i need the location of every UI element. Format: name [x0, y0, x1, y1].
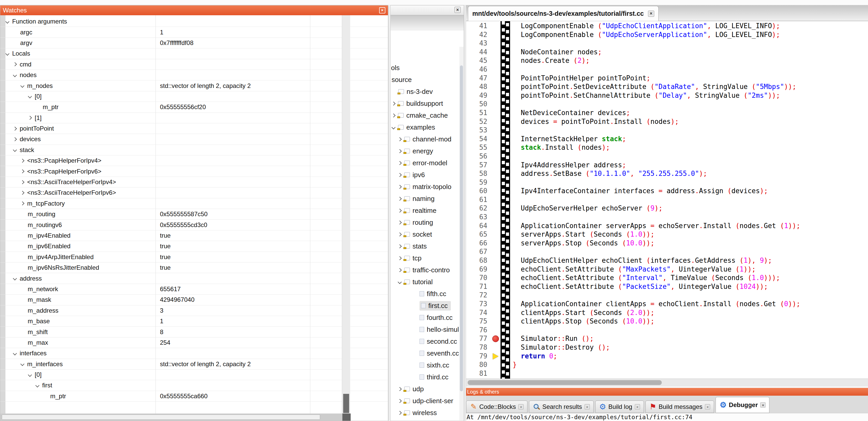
code-line-42[interactable]: 42 LogComponentEnable ("UdpEchoServerApp… — [466, 31, 868, 39]
watch-row[interactable]: [0] — [0, 91, 388, 102]
watch-row[interactable]: interfaces — [0, 348, 388, 359]
chevron-right-icon[interactable] — [398, 220, 402, 224]
tree-item-seventh-cc[interactable]: seventh.cc — [391, 347, 459, 359]
close-icon[interactable]: × — [585, 404, 590, 409]
chevron-right-icon[interactable] — [398, 208, 402, 213]
code-line-41[interactable]: 41 LogComponentEnable ("UdpEchoClientApp… — [466, 22, 868, 31]
chevron-right-icon[interactable] — [398, 256, 402, 260]
watch-row[interactable]: pointToPoint — [0, 123, 388, 134]
tree-item-routing[interactable]: routing — [391, 217, 459, 228]
close-icon[interactable]: × — [635, 404, 640, 409]
chevron-right-icon[interactable] — [398, 137, 402, 141]
watch-row[interactable]: <ns3::PcapHelperForIpv4> — [0, 155, 388, 166]
watch-row[interactable]: m_address3 — [0, 305, 388, 316]
chevron-down-icon[interactable] — [13, 351, 17, 356]
code-line-52[interactable]: 52 devices = pointToPoint.Install (nodes… — [466, 118, 868, 126]
logs-tab-debugger[interactable]: Debugger× — [716, 397, 769, 413]
code-line-62[interactable]: 62 UdpEchoServerHelper echoServer (9); — [466, 204, 868, 213]
chevron-right-icon[interactable] — [398, 197, 402, 201]
watch-row[interactable]: argv0x7fffffffdf08 — [0, 38, 388, 48]
watch-row[interactable]: m_max254 — [0, 337, 388, 348]
close-icon[interactable]: × — [379, 7, 385, 13]
watches-titlebar[interactable]: Watches × — [0, 5, 388, 15]
code-line-61[interactable]: 61 — [466, 195, 868, 204]
tree-item-examples[interactable]: examples — [391, 121, 459, 133]
close-icon[interactable]: × — [455, 7, 461, 13]
code-line-66[interactable]: 66 serverApps.Stop (Seconds (10.0)); — [466, 239, 868, 248]
tree-item-ols[interactable]: ols — [391, 62, 459, 74]
editor-hscrollbar[interactable] — [466, 379, 868, 386]
watches-hscrollbar-thumb[interactable] — [2, 415, 320, 420]
chevron-right-icon[interactable] — [398, 387, 402, 391]
watch-row[interactable]: [0] — [0, 369, 388, 380]
watch-row[interactable]: argc1 — [0, 27, 388, 37]
chevron-right-icon[interactable] — [398, 173, 402, 177]
code-line-68[interactable]: 68 UdpEchoClientHelper echoClient (inter… — [466, 256, 868, 265]
code-line-57[interactable]: 57 Ipv4AddressHelper address; — [466, 161, 868, 170]
close-icon[interactable]: × — [760, 402, 766, 408]
close-icon[interactable]: × — [648, 10, 654, 17]
code-line-81[interactable]: 81 — [466, 369, 868, 378]
tree-item-error-model[interactable]: error-model — [391, 157, 459, 169]
watch-row[interactable]: m_interfacesstd::vector of length 2, cap… — [0, 359, 388, 369]
chevron-right-icon[interactable] — [28, 116, 32, 120]
watch-row[interactable]: Function arguments — [0, 16, 388, 27]
watch-row[interactable]: [1] — [0, 113, 388, 123]
watch-row[interactable]: cmd — [0, 59, 388, 70]
chevron-down-icon[interactable] — [13, 73, 17, 77]
tree-item-wireless[interactable]: wireless — [391, 407, 459, 419]
chevron-right-icon[interactable] — [398, 232, 402, 236]
chevron-right-icon[interactable] — [21, 180, 25, 184]
code-line-47[interactable]: 47 PointToPointHelper pointToPoint; — [466, 74, 868, 83]
chevron-right-icon[interactable] — [21, 191, 25, 195]
code-line-54[interactable]: 54 InternetStackHelper stack; — [466, 135, 868, 143]
chevron-right-icon[interactable] — [398, 161, 402, 165]
chevron-right-icon[interactable] — [13, 126, 17, 131]
watch-row[interactable]: m_tcpFactory — [0, 198, 388, 209]
watch-row[interactable]: m_ipv6NsRsJitterEnabledtrue — [0, 262, 388, 273]
logs-tab-search-results[interactable]: Search results× — [529, 400, 593, 413]
logs-tab-build-messages[interactable]: Build messages× — [645, 400, 714, 413]
code-line-58[interactable]: 58 address.SetBase ("10.1.1.0", "255.255… — [466, 169, 868, 178]
code-line-56[interactable]: 56 — [466, 152, 868, 161]
chevron-down-icon[interactable] — [21, 84, 25, 88]
close-icon[interactable]: × — [705, 404, 710, 409]
tree-item-cmake-cache[interactable]: cmake_cache — [391, 109, 459, 121]
code-line-43[interactable]: 43 — [466, 39, 868, 48]
chevron-down-icon[interactable] — [35, 384, 40, 388]
code-line-48[interactable]: 48 pointToPoint.SetDeviceAttribute ("Dat… — [466, 83, 868, 91]
code-line-77[interactable]: 77 Simulator::Run (); — [466, 334, 868, 343]
tree-item-udp-client-ser[interactable]: udp-client-ser — [391, 395, 459, 407]
chevron-right-icon[interactable] — [392, 101, 396, 105]
tree-item-tutorial[interactable]: tutorial — [391, 276, 459, 288]
watches-hscrollbar[interactable] — [0, 414, 342, 421]
chevron-right-icon[interactable] — [13, 62, 17, 66]
watch-row[interactable]: m_routing0x555555587c50 — [0, 209, 388, 220]
tree-item-first-cc[interactable]: first.cc — [391, 300, 459, 312]
code-line-67[interactable]: 67 — [466, 248, 868, 256]
code-line-73[interactable]: 73 ApplicationContainer clientApps = ech… — [466, 300, 868, 309]
tree-item-socket[interactable]: socket — [391, 228, 459, 240]
code-line-70[interactable]: 70 echoClient.SetAttribute ("Interval", … — [466, 273, 868, 282]
project-tree[interactable]: olssourcens-3-devbuildsupportcmake_cache… — [391, 30, 464, 421]
panel-splitter[interactable] — [464, 5, 466, 421]
code-line-46[interactable]: 46 — [466, 65, 868, 74]
watch-row[interactable]: <ns3::AsciiTraceHelperForIpv4> — [0, 177, 388, 188]
code-line-50[interactable]: 50 — [466, 100, 868, 108]
code-line-71[interactable]: 71 echoClient.SetAttribute ("PacketSize"… — [466, 282, 868, 291]
watch-row[interactable]: m_ipv4ArpJitterEnabledtrue — [0, 252, 388, 262]
watches-vscrollbar-thumb[interactable] — [343, 394, 349, 413]
chevron-right-icon[interactable] — [398, 185, 402, 189]
watch-row[interactable]: m_base1 — [0, 316, 388, 327]
tree-item-fifth-cc[interactable]: fifth.cc — [391, 288, 459, 300]
chevron-down-icon[interactable] — [13, 148, 17, 152]
chevron-right-icon[interactable] — [21, 169, 25, 173]
close-icon[interactable]: × — [518, 404, 524, 409]
tree-item-source[interactable]: source — [391, 74, 459, 86]
chevron-down-icon[interactable] — [398, 280, 402, 284]
chevron-right-icon[interactable] — [398, 411, 402, 415]
watch-row[interactable]: m_ptr0x55555556cf20 — [0, 102, 388, 112]
chevron-down-icon[interactable] — [28, 373, 32, 377]
tree-item-channel-mod[interactable]: channel-mod — [391, 133, 459, 145]
breakpoint-icon[interactable] — [492, 335, 499, 342]
